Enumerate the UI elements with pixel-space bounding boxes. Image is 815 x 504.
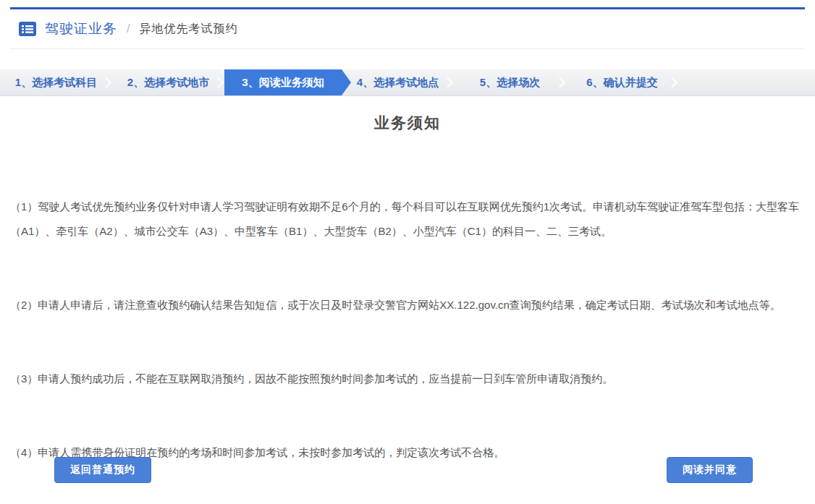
- breadcrumb-section-link[interactable]: 驾驶证业务: [45, 20, 117, 38]
- tab-step-2-select-city[interactable]: 2、选择考试地市: [112, 69, 224, 95]
- step-wizard-bar: 1、选择考试科目 2、选择考试地市 3、阅读业务须知 4、选择考试地点 5、选择…: [0, 69, 815, 96]
- tab-step-4-select-site[interactable]: 4、选择考试地点: [342, 69, 454, 95]
- notice-title: 业务须知: [0, 113, 815, 133]
- tab-step-5-select-session[interactable]: 5、选择场次: [454, 69, 566, 95]
- notice-paragraph-3: （3）申请人预约成功后，不能在互联网取消预约，因故不能按照预约时间参加考试的，应…: [10, 367, 806, 391]
- breadcrumb-header: 驾驶证业务 / 异地优先考试预约: [10, 9, 805, 49]
- back-to-normal-appointment-button[interactable]: 返回普通预约: [54, 457, 151, 483]
- notice-body: （1）驾驶人考试优先预约业务仅针对申请人学习驾驶证明有效期不足6个月的，每个科目…: [10, 145, 806, 504]
- tab-step-3-read-notice[interactable]: 3、阅读业务须知: [224, 69, 342, 95]
- breadcrumb-separator: /: [127, 22, 130, 35]
- read-and-agree-button[interactable]: 阅读并同意: [667, 457, 753, 483]
- tab-step-6-confirm-submit[interactable]: 6、确认并提交: [566, 69, 678, 95]
- list-icon: [18, 21, 37, 37]
- page-title: 异地优先考试预约: [139, 22, 237, 37]
- tab-step-1-select-subject[interactable]: 1、选择考试科目: [0, 69, 112, 95]
- footer-button-row: 返回普通预约 阅读并同意: [0, 457, 815, 483]
- notice-paragraph-2: （2）申请人申请后，请注意查收预约确认结果告知短信，或于次日及时登录交警官方网站…: [10, 293, 806, 317]
- notice-paragraph-1: （1）驾驶人考试优先预约业务仅针对申请人学习驾驶证明有效期不足6个月的，每个科目…: [10, 195, 806, 244]
- exam-appointment-page: 驾驶证业务 / 异地优先考试预约 1、选择考试科目 2、选择考试地市 3、阅读业…: [0, 0, 815, 504]
